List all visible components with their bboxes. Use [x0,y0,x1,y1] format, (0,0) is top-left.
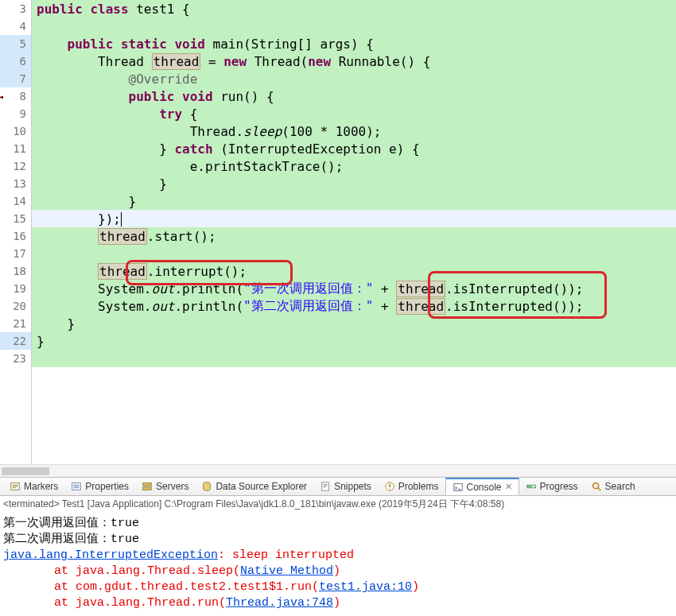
gutter-line[interactable]: 9 [0,105,31,122]
gutter-line[interactable]: 23 [0,350,31,367]
datasource-icon [201,481,212,492]
gutter-line[interactable]: 15 [0,210,31,227]
code-line[interactable]: } [32,192,676,210]
svg-point-10 [592,483,598,489]
snippets-icon [320,481,331,492]
gutter-line[interactable]: 8◄ [0,87,31,105]
tab-markers[interactable]: Markers [3,478,64,495]
console-line: 第一次调用返回值：true [3,516,673,532]
gutter-line[interactable]: 11 [0,140,31,157]
horizontal-scrollbar[interactable] [0,464,676,477]
console-line: at java.lang.Thread.sleep(Native Method) [3,564,673,579]
svg-rect-9 [526,485,531,488]
code-line[interactable]: @Override [32,70,676,87]
code-line[interactable] [32,350,676,367]
gutter-line[interactable]: 3 [0,0,31,17]
line-gutter: 345678◄91011121314151617181920212223 [0,0,32,464]
tab-label: Markers [24,481,58,492]
console-line: at com.gdut.thread.test2.test1$1.run(tes… [3,579,673,595]
error-marker-icon: ◄ [0,92,3,101]
gutter-line[interactable]: 22 [0,332,31,350]
tab-problems[interactable]: Problems [378,478,445,495]
tab-label: Snippets [334,481,371,492]
gutter-line[interactable]: 13 [0,175,31,192]
tab-console[interactable]: Console✕ [445,478,519,495]
code-line[interactable]: Thread thread = new Thread(new Runnable(… [32,52,676,70]
tab-label: Data Source Explorer [216,481,307,492]
code-line[interactable] [32,245,676,262]
console-view: <terminated> Test1 [Java Application] C:… [0,496,676,513]
gutter-line[interactable]: 20 [0,297,31,315]
code-area[interactable]: public class test1 { public static void … [32,0,676,464]
code-line[interactable] [32,17,676,35]
code-line[interactable]: public void run() { [32,87,676,105]
highlight-box-isinterrupted [428,271,607,319]
code-editor[interactable]: 345678◄91011121314151617181920212223 pub… [0,0,676,464]
text-cursor [121,211,122,227]
tab-datasource[interactable]: Data Source Explorer [195,478,313,495]
gutter-line[interactable]: 18 [0,262,31,280]
console-line: java.lang.InterruptedException: sleep in… [3,548,673,564]
code-line[interactable]: public static void main(String[] args) { [32,35,676,52]
gutter-line[interactable]: 6 [0,52,31,70]
code-line[interactable]: } [32,332,676,350]
servers-icon [142,481,153,492]
code-line[interactable]: Thread.sleep(100 * 1000); [32,122,676,140]
tab-label: Problems [398,481,439,492]
gutter-line[interactable]: 4 [0,17,31,35]
code-line[interactable]: }); [32,210,676,227]
tab-progress[interactable]: Progress [519,478,585,495]
console-line: 第二次调用返回值：true [3,532,673,548]
code-line[interactable]: } catch (InterruptedException e) { [32,140,676,157]
gutter-line[interactable]: 12 [0,157,31,175]
tab-label: Properties [85,481,129,492]
problems-icon [384,481,395,492]
gutter-line[interactable]: 7 [0,70,31,87]
tab-properties[interactable]: Properties [64,478,135,495]
console-header: <terminated> Test1 [Java Application] C:… [3,498,673,511]
progress-icon [526,481,537,492]
stacktrace-link[interactable]: test1.java:10 [319,580,412,594]
gutter-line[interactable]: 5 [0,35,31,52]
console-line: at java.lang.Thread.run(Thread.java:748) [3,595,673,611]
search-icon [591,481,602,492]
gutter-line[interactable]: 14 [0,192,31,210]
console-output[interactable]: 第一次调用返回值：true 第二次调用返回值：true java.lang.In… [0,513,676,614]
gutter-line[interactable]: 10 [0,122,31,140]
stacktrace-link[interactable]: Native Method [240,564,333,578]
code-line[interactable]: e.printStackTrace(); [32,157,676,175]
svg-rect-5 [322,482,329,491]
tab-label: Servers [156,481,188,492]
tab-label: Console [467,482,502,493]
gutter-line[interactable]: 17 [0,245,31,262]
gutter-line[interactable]: 19 [0,280,31,297]
markers-icon [10,481,21,492]
code-line[interactable]: try { [32,105,676,122]
code-line[interactable]: public class test1 { [32,0,676,17]
tab-label: Progress [540,481,578,492]
console-icon [453,482,464,493]
exception-link[interactable]: java.lang.InterruptedException [3,548,218,562]
tab-label: Search [605,481,635,492]
tab-snippets[interactable]: Snippets [313,478,378,495]
stacktrace-link[interactable]: Thread.java:748 [226,596,333,610]
properties-icon [71,481,82,492]
tab-search[interactable]: Search [585,478,642,495]
bottom-tabs: MarkersPropertiesServersData Source Expl… [0,477,676,496]
close-icon[interactable]: ✕ [505,482,512,492]
gutter-line[interactable]: 21 [0,315,31,332]
gutter-line[interactable]: 16 [0,227,31,245]
highlight-box-interrupt [126,260,293,285]
svg-rect-2 [143,483,152,486]
tab-servers[interactable]: Servers [135,478,195,495]
svg-rect-3 [143,487,152,490]
code-line[interactable]: thread.start(); [32,227,676,245]
code-line[interactable]: } [32,175,676,192]
